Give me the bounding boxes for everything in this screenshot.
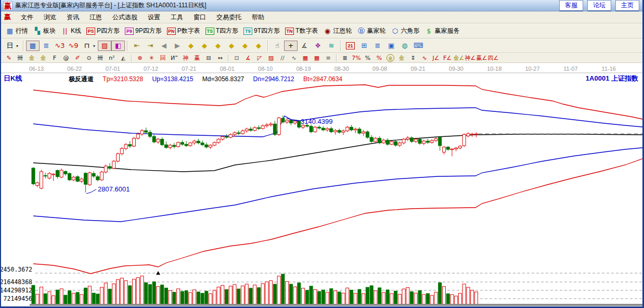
winner-service-button[interactable]: $赢家服务 xyxy=(422,25,462,36)
burst-tool[interactable]: ✳ xyxy=(146,54,157,62)
quotes-button[interactable]: ▦行情 xyxy=(3,25,31,36)
t-square-button[interactable]: TST四方形 xyxy=(203,25,241,36)
fan-box-tool[interactable]: ◸ xyxy=(254,54,265,62)
kline-button[interactable]: ||K线 xyxy=(58,25,84,36)
zoom-left-button[interactable]: ◆ xyxy=(184,41,198,51)
prev-bar-button[interactable]: ◀ xyxy=(157,41,171,51)
n-square-tool[interactable]: n² xyxy=(106,54,118,62)
hexagon-button[interactable]: ⬡六角形 xyxy=(388,25,422,36)
ruler-line-tool[interactable]: 卌 xyxy=(95,54,106,62)
window-layout-button[interactable]: ▩ xyxy=(26,41,40,51)
gold-ratio-tool[interactable]: 金 xyxy=(26,54,37,62)
zoom-right-button[interactable]: ◆ xyxy=(198,41,211,51)
t-number-table-button[interactable]: TNT数字表 xyxy=(282,25,320,36)
zoom-all-button[interactable]: ◆ xyxy=(238,41,252,51)
target-tool[interactable]: ⊕ xyxy=(134,54,146,62)
measure-tool[interactable]: ⇕ xyxy=(407,54,419,62)
profile-button[interactable]: ◧ xyxy=(111,41,125,51)
period-day-button[interactable]: 日▾ xyxy=(3,41,21,51)
brush-tool[interactable]: ✎ xyxy=(3,54,15,62)
period-day-button-dropdown-icon[interactable]: ▾ xyxy=(16,44,18,48)
gann-fan-tool[interactable]: ∡ xyxy=(242,54,254,62)
candle-style-button[interactable]: ⊓▾ xyxy=(80,41,98,51)
stats-tool[interactable]: ≣ xyxy=(339,54,351,62)
notes-button[interactable]: ≣ xyxy=(371,41,384,51)
gold-circle-tool[interactable]: 金 xyxy=(385,54,396,62)
shen-angle-tool[interactable]: 神∠ xyxy=(465,54,476,62)
zoom-reset-button[interactable]: ◆ xyxy=(252,41,265,51)
winner-wheel-button[interactable]: Ⓑ赢家轮 xyxy=(354,25,388,36)
wave-box-tool[interactable]: ∿ xyxy=(419,54,430,62)
gold-ratio2-tool[interactable]: 金 xyxy=(37,54,49,62)
first-bar-button[interactable]: ⇤ xyxy=(130,41,144,51)
gann-line-tool[interactable]: 卌 xyxy=(15,54,26,62)
calendar-button[interactable]: 21 xyxy=(343,41,357,50)
crosshair-tool-button[interactable]: + xyxy=(284,41,298,51)
f-angle-tool[interactable]: F∠ xyxy=(442,54,453,62)
sectors-button[interactable]: ▚板块 xyxy=(31,25,58,36)
analysis-button[interactable]: ≋ xyxy=(325,41,338,51)
menu-item-9[interactable]: 交易委托 xyxy=(212,12,246,23)
ruler123-tool[interactable]: ⊟ xyxy=(203,54,214,62)
web-data-button[interactable]: ◍ xyxy=(398,41,411,51)
marker-pen-tool[interactable]: ✐ xyxy=(72,54,83,62)
home-button[interactable]: 主页 xyxy=(615,0,639,11)
menu-item-8[interactable]: 窗口 xyxy=(189,12,211,23)
grid-axis-tool[interactable]: ▦ xyxy=(311,54,323,62)
span-arrow-tool[interactable]: ↔ xyxy=(214,54,226,62)
spiral-tool[interactable]: @ xyxy=(60,54,72,62)
angle-tool-button[interactable]: ∡ xyxy=(298,41,311,51)
parallel-tool[interactable]: ≡ xyxy=(323,54,334,62)
wave9-button[interactable]: ∿9 xyxy=(67,41,80,51)
print-button[interactable]: ⌨ xyxy=(411,41,425,51)
pct7-tool[interactable]: 7% xyxy=(351,54,362,62)
wave3-button[interactable]: ∿3 xyxy=(53,41,67,51)
menu-item-1[interactable]: 文件 xyxy=(16,12,38,23)
9t-square-button[interactable]: T99T四方形 xyxy=(241,25,282,36)
i-wave-tool[interactable]: И” xyxy=(169,54,180,62)
zoom-both-button[interactable]: ◆ xyxy=(211,41,225,51)
9p-square-button[interactable]: P99P四方形 xyxy=(122,25,164,36)
hand-tool-button[interactable]: ☝ xyxy=(271,41,284,51)
grid-tool[interactable]: ▦ xyxy=(300,54,311,62)
gann-pattern-button[interactable]: ▨ xyxy=(98,41,111,51)
shen-tool[interactable]: 神 xyxy=(180,54,191,62)
last-bar-button[interactable]: ⇥ xyxy=(144,41,157,51)
candle-style-button-dropdown-icon[interactable]: ▾ xyxy=(93,44,95,48)
menu-item-6[interactable]: 设置 xyxy=(143,12,165,23)
kline-chart[interactable]: 06-1306-2207-0107-1207-2108-0108-1008-19… xyxy=(1,63,644,308)
box-tool[interactable]: ⊡ xyxy=(231,54,242,62)
gann-wheel-button[interactable]: ◉江恩轮 xyxy=(320,25,354,36)
ying-angle-tool[interactable]: 赢∠ xyxy=(476,54,487,62)
menu-item-5[interactable]: 公式选股 xyxy=(108,12,142,23)
four-angle-tool[interactable]: 四∠ xyxy=(487,54,499,62)
p-number-table-button[interactable]: PNP数字表 xyxy=(164,25,203,36)
menu-item-10[interactable]: 帮助 xyxy=(247,12,269,23)
pct-line-tool[interactable]: % xyxy=(373,54,385,62)
grid-diag-tool[interactable]: ▨ xyxy=(265,54,277,62)
next-bar-button[interactable]: ▶ xyxy=(171,41,184,51)
diag-lines-tool[interactable]: // xyxy=(277,54,288,62)
wave-tool[interactable]: ∿ xyxy=(288,54,300,62)
save-button[interactable]: ▣ xyxy=(384,41,398,51)
pct-tool[interactable]: % xyxy=(362,54,373,62)
calculator-button[interactable]: ⊞ xyxy=(357,41,371,51)
support-button[interactable]: 客服 xyxy=(559,0,583,11)
gold-angle-tool[interactable]: 金∠ xyxy=(453,54,465,62)
p-square-button[interactable]: PSP四方形 xyxy=(84,25,122,36)
quote-info-button[interactable]: ≣ xyxy=(40,41,53,51)
zoom-in-button[interactable]: ◆ xyxy=(225,41,238,51)
gann-flower-button[interactable]: ❖ xyxy=(311,41,325,51)
forum-button[interactable]: 论坛 xyxy=(587,0,611,11)
mirror-angle-tool[interactable]: ◭ xyxy=(118,54,129,62)
gold-level-tool[interactable]: 金 xyxy=(396,54,407,62)
menu-item-7[interactable]: 工具 xyxy=(166,12,188,23)
cycle-circle-tool[interactable]: ⊙ xyxy=(83,54,95,62)
menu-item-4[interactable]: 江恩 xyxy=(85,12,107,23)
menu-item-2[interactable]: 浏览 xyxy=(39,12,61,23)
fibonacci-tool[interactable]: F xyxy=(49,54,60,62)
ying-tool[interactable]: 赢 xyxy=(191,54,203,62)
square-spiral-tool[interactable]: 回 xyxy=(157,54,169,62)
j-angle-tool[interactable]: J∠ xyxy=(430,54,442,62)
menu-item-3[interactable]: 资讯 xyxy=(62,12,84,23)
